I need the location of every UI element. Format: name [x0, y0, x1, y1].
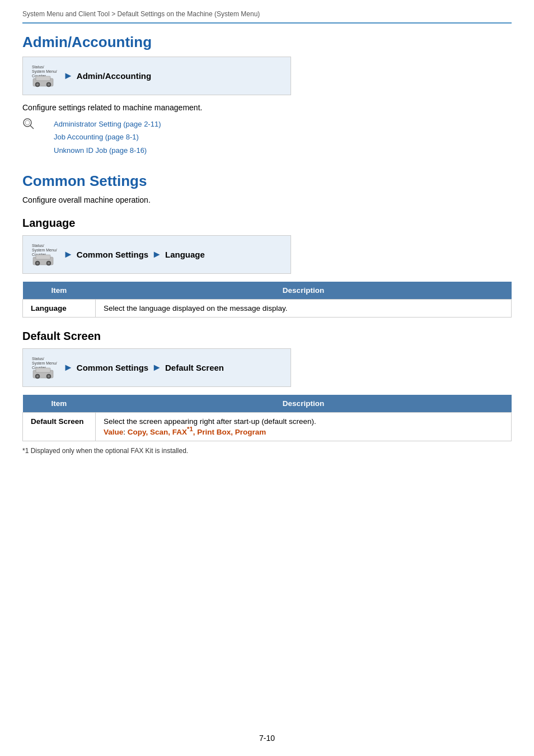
svg-text:Status/: Status/ [32, 357, 44, 361]
default-screen-nav-right: Default Screen [165, 363, 224, 372]
default-screen-table-row: Default Screen Select the screen appeari… [23, 413, 512, 441]
default-screen-table-header-item: Item [23, 395, 96, 413]
machine-icon-default-screen: Status/ System Menu/ Counter [32, 354, 60, 381]
value-label: Value [104, 428, 123, 436]
admin-link-list-container: Administrator Setting (page 2-11) Job Ac… [22, 118, 512, 162]
svg-rect-4 [36, 76, 50, 81]
default-screen-nav-arrow-1: ► [63, 362, 73, 374]
value-text: Copy, Scan, FAX [128, 428, 187, 436]
default-screen-nav-middle: Common Settings [77, 363, 148, 372]
svg-point-8 [48, 83, 50, 86]
svg-point-9 [24, 119, 31, 127]
admin-accounting-description: Configure settings related to machine ma… [22, 103, 512, 112]
value-colon: : [123, 428, 128, 436]
language-table-header-item: Item [23, 282, 96, 300]
svg-point-29 [48, 375, 50, 377]
default-screen-nav-arrow-2: ► [152, 362, 162, 374]
svg-point-27 [36, 375, 39, 377]
language-nav-arrow-1: ► [63, 249, 73, 260]
svg-text:System Menu/: System Menu/ [32, 248, 57, 253]
machine-icon-admin: Status/ System Menu/ Counter [32, 63, 60, 89]
default-screen-nav-box: Status/ System Menu/ Counter ► Co [22, 348, 291, 387]
admin-accounting-nav-label: Admin/Accounting [77, 71, 151, 81]
svg-point-11 [25, 120, 30, 125]
admin-link-3[interactable]: Unknown ID Job (page 8-16) [54, 144, 161, 157]
default-screen-table-header-description: Description [96, 395, 512, 413]
language-table-description: Select the language displayed on the mes… [96, 300, 512, 318]
common-settings-section: Common Settings Configure overall machin… [22, 172, 512, 455]
admin-link-list: Administrator Setting (page 2-11) Job Ac… [54, 118, 161, 157]
svg-text:System Menu/: System Menu/ [32, 69, 57, 74]
admin-link-2[interactable]: Job Accounting (page 8-1) [54, 130, 161, 143]
language-title: Language [22, 217, 512, 230]
default-screen-subsection: Default Screen Status/ System Menu/ Coun… [22, 330, 512, 455]
svg-point-18 [36, 262, 39, 264]
default-screen-table-description: Select the screen appearing right after … [96, 413, 512, 441]
common-settings-title: Common Settings [22, 172, 512, 190]
admin-accounting-section: Admin/Accounting Status/ System Menu/ Co… [22, 34, 512, 162]
language-nav-middle: Common Settings [77, 250, 148, 259]
page-number: 7-10 [0, 734, 534, 743]
value-superscript: *1 [187, 426, 193, 432]
language-table-row: Language Select the language displayed o… [23, 300, 512, 318]
value-suffix: , Print Box, Program [193, 428, 266, 436]
breadcrumb: System Menu and Client Tool > Default Se… [22, 10, 512, 24]
svg-rect-16 [36, 255, 50, 259]
language-nav-left: Status/ System Menu/ Counter [32, 241, 60, 268]
admin-accounting-title: Admin/Accounting [22, 34, 512, 51]
link-search-icon-container [22, 118, 38, 132]
language-table: Item Description Language Select the lan… [22, 282, 512, 318]
language-nav-arrow-2: ► [152, 249, 162, 260]
default-screen-title: Default Screen [22, 330, 512, 343]
svg-point-20 [48, 262, 50, 264]
default-screen-desc-text: Select the screen appearing right after … [104, 417, 316, 426]
nav-arrow-1: ► [63, 70, 73, 82]
machine-icon-language: Status/ System Menu/ Counter [32, 241, 60, 268]
svg-text:Status/: Status/ [32, 244, 44, 248]
default-screen-table: Item Description Default Screen Select t… [22, 395, 512, 441]
language-table-item: Language [23, 300, 96, 318]
default-screen-footnote: *1 Displayed only when the optional FAX … [22, 447, 512, 455]
language-nav-right: Language [165, 250, 205, 259]
page-wrapper: System Menu and Client Tool > Default Se… [0, 0, 534, 756]
language-nav-box: Status/ System Menu/ Counter ► Co [22, 235, 291, 274]
nav-left: Status/ System Menu/ Counter [32, 63, 60, 89]
svg-text:Status/: Status/ [32, 65, 44, 69]
language-subsection: Language Status/ System Menu/ Counter [22, 217, 512, 318]
svg-point-6 [36, 83, 39, 86]
default-screen-table-item: Default Screen [23, 413, 96, 441]
admin-accounting-nav-box: Status/ System Menu/ Counter ► Ad [22, 57, 291, 95]
svg-text:System Menu/: System Menu/ [32, 361, 57, 366]
language-table-header-description: Description [96, 282, 512, 300]
default-screen-nav-left: Status/ System Menu/ Counter [32, 354, 60, 381]
admin-link-1[interactable]: Administrator Setting (page 2-11) [54, 118, 161, 130]
common-settings-description: Configure overall machine operation. [22, 195, 512, 204]
svg-rect-25 [36, 368, 50, 372]
svg-line-10 [30, 125, 34, 129]
